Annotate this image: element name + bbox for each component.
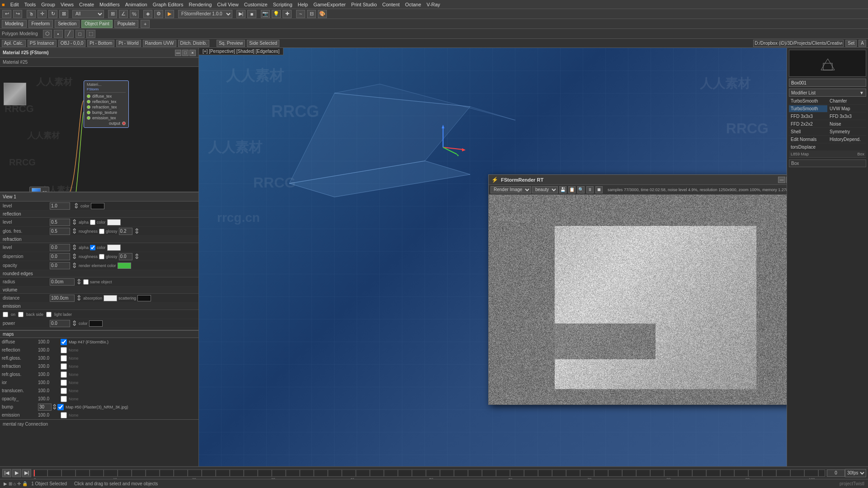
fstorm-minimize-btn[interactable]: — [778, 177, 785, 183]
map-check-refraction[interactable] [61, 363, 67, 370]
distribute-btn[interactable]: Ditch. Distrib. [178, 40, 209, 47]
select-filter-dropdown[interactable]: All Geometry Shapes [72, 10, 104, 18]
frame-input[interactable] [827, 469, 845, 477]
modifier-noise[interactable]: Noise [828, 121, 866, 128]
modifier-symmetry[interactable]: Symmetry [828, 128, 866, 136]
modifier-uvw-map[interactable]: UVW Map [828, 105, 866, 113]
fstorm-stop-btn[interactable]: ⏹ [595, 186, 603, 193]
polygon-mode-button[interactable]: ⬡ [43, 30, 52, 38]
menu-print-studio[interactable]: Print Studio [349, 1, 380, 8]
back-side-check[interactable] [18, 312, 24, 317]
percent-snap-button[interactable]: % [130, 10, 139, 18]
minimize-btn[interactable]: — [175, 50, 181, 56]
opacity-input[interactable] [50, 262, 70, 269]
mental-ray-connection[interactable]: mental ray Connection [0, 419, 198, 428]
menu-vray[interactable]: V-Ray [424, 1, 443, 8]
color-node[interactable]: 50 [29, 187, 49, 192]
glossy-input-2[interactable] [119, 253, 132, 260]
map-check-translucence[interactable] [61, 388, 67, 394]
refl-color-swatch[interactable] [107, 219, 121, 225]
set-btn[interactable]: Set [845, 40, 857, 47]
undo-button[interactable]: ↩ [2, 10, 11, 18]
obj-value-input[interactable]: OBJ - 0,0,0 [58, 40, 86, 47]
pt-world-btn[interactable]: Pt - World [116, 40, 141, 47]
menu-modifiers[interactable]: Modifiers [97, 1, 123, 8]
vertex-mode-button[interactable]: • [54, 30, 63, 38]
plus-icon[interactable]: + [141, 20, 150, 28]
scale-button[interactable]: ⊠ [59, 10, 68, 18]
timeline-prev-btn[interactable]: |◀ [2, 469, 11, 477]
render-button[interactable]: ▶ [165, 10, 174, 18]
map-check-refl-gloss[interactable] [61, 355, 67, 361]
emission-color-swatch[interactable] [89, 320, 103, 327]
refl-level-input[interactable] [50, 219, 70, 226]
menu-graph-editors[interactable]: Graph Editors [150, 1, 186, 8]
dispersion-input[interactable] [50, 253, 70, 260]
scattering-color[interactable] [137, 295, 151, 301]
camera-button[interactable]: 📷 [261, 10, 270, 18]
level-input[interactable] [50, 202, 70, 210]
stop-button[interactable]: ■ [247, 10, 256, 18]
redo-button[interactable]: ↪ [13, 10, 22, 18]
glossy-arrows-2[interactable]: ⇕ [134, 252, 140, 261]
tab-populate[interactable]: Populate [114, 20, 138, 28]
modifier-list-dropdown[interactable]: Modifier List ▼ [789, 89, 866, 97]
bump-arrows[interactable]: ⇕ [52, 403, 57, 411]
radius-input[interactable] [50, 278, 75, 286]
map-check-ior[interactable] [61, 380, 67, 386]
material-node[interactable]: Materi...FStorm diffuse_tex reflection_t… [84, 80, 129, 128]
menu-game-exporter[interactable]: GameExporter [311, 1, 349, 8]
node-canvas[interactable]: 人人素材 RRCG 人人素材 RRCG 人人素材 Materi...FStorm… [0, 67, 198, 192]
tab-object-paint[interactable]: Object Paint [81, 20, 112, 28]
same-object-check[interactable] [83, 279, 89, 285]
helper-button[interactable]: ✚ [283, 10, 292, 18]
opacity-arrows[interactable]: ⇕ [71, 261, 77, 270]
power-arrows[interactable]: ⇕ [71, 319, 77, 328]
fstorm-zoom-btn[interactable]: 🔍 [577, 186, 585, 193]
timeline-play-btn[interactable]: ▶ [12, 469, 21, 477]
fstorm-pause-btn[interactable]: ⏸ [586, 186, 594, 193]
select-button[interactable]: 🖱 [27, 10, 36, 18]
roughness-check-1[interactable] [99, 229, 104, 234]
map-check-diffuse[interactable] [61, 339, 67, 345]
sq-preview-btn[interactable]: Sq. Preview [217, 40, 245, 47]
move-button[interactable]: ✛ [38, 10, 47, 18]
map-check-refr-gloss[interactable] [61, 371, 67, 378]
refr-alpha-check[interactable] [90, 245, 95, 250]
light-lader-check[interactable] [46, 312, 52, 317]
material-editor-button[interactable]: ◈ [143, 10, 152, 18]
modifier-ffd-2[interactable]: FFD 3x3x3 [828, 113, 866, 120]
menu-animation[interactable]: Animation [123, 1, 150, 8]
element-mode-button[interactable]: ⬚ [86, 30, 95, 38]
menu-help[interactable]: Help [295, 1, 311, 8]
glossy-arrows[interactable]: ⇕ [134, 227, 140, 235]
menu-scripting[interactable]: Scripting [270, 1, 295, 8]
color-clipboard-button[interactable]: 🎨 [318, 10, 327, 18]
dispersion-arrows[interactable]: ⇕ [71, 252, 77, 261]
apply-calc-btn[interactable]: Apl. Calc. [2, 40, 26, 47]
fstorm-save-btn[interactable]: 💾 [559, 186, 566, 193]
play-button[interactable]: ▶| [236, 10, 245, 18]
close-btn[interactable]: × [189, 50, 196, 56]
menu-create[interactable]: Create [76, 1, 97, 8]
modifier-tors-displace[interactable]: torsDisplace [789, 144, 827, 151]
path-input[interactable] [753, 40, 844, 47]
refr-level-input[interactable] [50, 244, 70, 251]
distance-arrows[interactable]: ⇕ [76, 294, 82, 302]
tab-selection[interactable]: Selection [55, 20, 80, 28]
power-input[interactable] [50, 320, 70, 327]
modifier-edit-normals[interactable]: Edit Normals [789, 136, 827, 143]
glos-fres-arrows[interactable]: ⇕ [71, 227, 77, 235]
ps-instance-btn[interactable]: PS Instance [28, 40, 57, 47]
timeline-track[interactable]: 0 10 20 30 40 50 60 70 80 90 100 [33, 469, 825, 477]
curve-editor-button[interactable]: ~ [296, 10, 305, 18]
border-mode-button[interactable]: □ [75, 30, 85, 38]
tab-modeling[interactable]: Modeling [2, 20, 27, 28]
beauty-dropdown[interactable]: beauty [532, 186, 558, 193]
level-color-swatch[interactable] [91, 203, 104, 209]
pt-bottom-btn[interactable]: Pt - Bottom [87, 40, 114, 47]
menu-octane[interactable]: Octane [402, 1, 424, 8]
menu-customize[interactable]: Customize [241, 1, 270, 8]
maximize-btn[interactable]: □ [182, 50, 189, 56]
tab-freeform[interactable]: Freeform [28, 20, 53, 28]
